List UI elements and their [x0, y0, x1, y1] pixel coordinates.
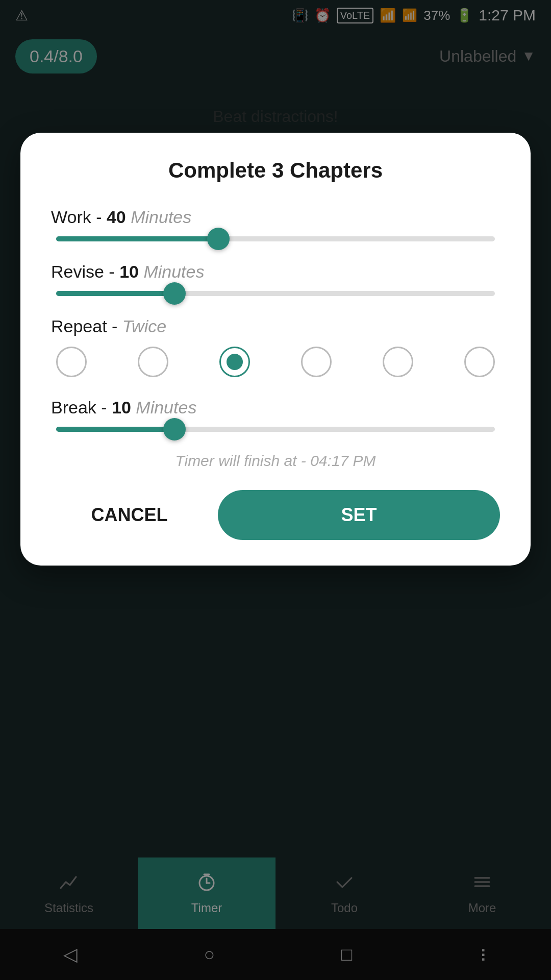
- cancel-button[interactable]: CANCEL: [51, 490, 208, 540]
- revise-unit: Minutes: [143, 262, 204, 281]
- repeat-option-5[interactable]: [383, 347, 413, 377]
- repeat-option-3[interactable]: [219, 347, 250, 377]
- break-value: 10: [112, 398, 131, 417]
- work-label-text: Work -: [51, 207, 107, 227]
- revise-section: Revise - 10 Minutes: [51, 262, 500, 296]
- dialog-title: Complete 3 Chapters: [51, 158, 500, 183]
- repeat-radio-group: [51, 347, 500, 377]
- work-section: Work - 40 Minutes: [51, 207, 500, 241]
- repeat-option-6[interactable]: [464, 347, 495, 377]
- break-label: Break - 10 Minutes: [51, 398, 500, 418]
- repeat-option-1[interactable]: [56, 347, 87, 377]
- break-slider-thumb[interactable]: [163, 418, 186, 440]
- work-label: Work - 40 Minutes: [51, 207, 500, 227]
- work-slider-track[interactable]: [56, 236, 495, 241]
- timer-dialog: Complete 3 Chapters Work - 40 Minutes Re…: [20, 133, 531, 566]
- break-section: Break - 10 Minutes: [51, 398, 500, 432]
- revise-slider-thumb[interactable]: [163, 282, 186, 305]
- revise-slider-fill: [56, 291, 174, 296]
- break-label-text: Break -: [51, 398, 112, 417]
- break-slider-track[interactable]: [56, 427, 495, 432]
- repeat-option-4[interactable]: [301, 347, 332, 377]
- repeat-section: Repeat - Twice: [51, 316, 500, 377]
- revise-label-text: Revise -: [51, 262, 119, 281]
- repeat-option-2[interactable]: [138, 347, 168, 377]
- dialog-buttons: CANCEL SET: [51, 490, 500, 540]
- work-slider-fill: [56, 236, 218, 241]
- break-slider-fill: [56, 427, 174, 432]
- finish-time-text: Timer will finish at - 04:17 PM: [51, 452, 500, 470]
- repeat-label-text: Repeat -: [51, 316, 122, 336]
- revise-slider-track[interactable]: [56, 291, 495, 296]
- revise-label: Revise - 10 Minutes: [51, 262, 500, 282]
- repeat-label: Repeat - Twice: [51, 316, 500, 336]
- revise-value: 10: [119, 262, 139, 281]
- repeat-value: Twice: [122, 316, 166, 336]
- work-unit: Minutes: [131, 207, 191, 227]
- work-slider-thumb[interactable]: [207, 228, 230, 250]
- work-value: 40: [107, 207, 126, 227]
- break-unit: Minutes: [136, 398, 196, 417]
- set-button[interactable]: SET: [218, 490, 500, 540]
